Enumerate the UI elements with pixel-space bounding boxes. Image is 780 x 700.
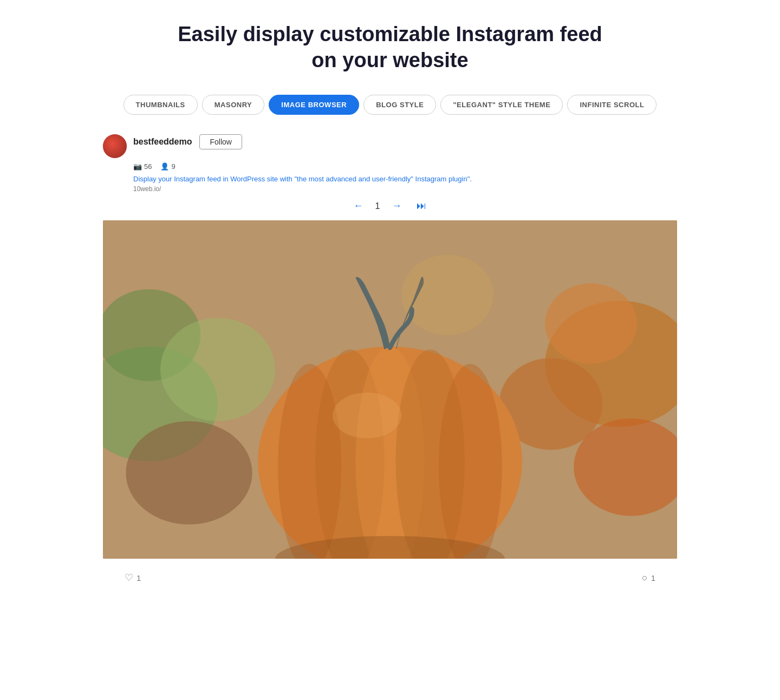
heart-icon: ♡ xyxy=(125,572,133,584)
tabs-bar: THUMBNAILS MASONRY IMAGE BROWSER BLOG ST… xyxy=(103,95,677,115)
profile-name: bestfeeddemo xyxy=(133,137,192,147)
avatar xyxy=(103,134,127,158)
page-title: Easily display customizable Instagram fe… xyxy=(103,22,677,73)
profile-bio: Display your Instagram feed in WordPress… xyxy=(133,175,677,183)
posts-stat: 📷 56 xyxy=(133,162,152,171)
like-button[interactable]: ♡ 1 xyxy=(125,572,141,584)
main-image-container xyxy=(103,220,677,559)
profile-website: 10web.io/ xyxy=(133,185,677,193)
tab-image-browser[interactable]: IMAGE BROWSER xyxy=(269,95,359,115)
tab-elegant-style[interactable]: "ELEGANT" STYLE THEME xyxy=(440,95,563,115)
likes-count: 1 xyxy=(136,573,141,583)
comment-icon: ○ xyxy=(642,572,648,584)
followers-stat: 👤 9 xyxy=(160,162,175,171)
main-image xyxy=(103,220,677,559)
profile-info: bestfeeddemo Follow xyxy=(133,134,242,149)
tab-infinite-scroll[interactable]: INFINITE SCROLL xyxy=(567,95,656,115)
page-wrapper: Easily display customizable Instagram fe… xyxy=(92,0,688,620)
next-page-button[interactable]: → xyxy=(388,199,405,213)
current-page: 1 xyxy=(375,201,380,211)
prev-page-button[interactable]: ← xyxy=(350,199,367,213)
tab-thumbnails[interactable]: THUMBNAILS xyxy=(123,95,198,115)
image-actions: ♡ 1 ○ 1 xyxy=(103,567,677,588)
svg-point-8 xyxy=(126,421,252,525)
profile-stats: 📷 56 👤 9 xyxy=(133,162,677,171)
svg-point-5 xyxy=(160,318,275,421)
person-icon: 👤 xyxy=(160,162,169,171)
tab-blog-style[interactable]: BLOG STYLE xyxy=(363,95,436,115)
pagination-row: ← 1 → ⏭ xyxy=(103,199,677,213)
svg-point-4 xyxy=(545,284,637,364)
camera-icon: 📷 xyxy=(133,162,142,171)
svg-point-16 xyxy=(333,392,401,439)
comment-button[interactable]: ○ 1 xyxy=(642,572,655,584)
last-page-button[interactable]: ⏭ xyxy=(413,199,430,213)
profile-section: bestfeeddemo Follow xyxy=(103,134,677,158)
comments-count: 1 xyxy=(651,573,655,583)
tab-masonry[interactable]: MASONRY xyxy=(202,95,265,115)
follow-button[interactable]: Follow xyxy=(199,134,242,149)
